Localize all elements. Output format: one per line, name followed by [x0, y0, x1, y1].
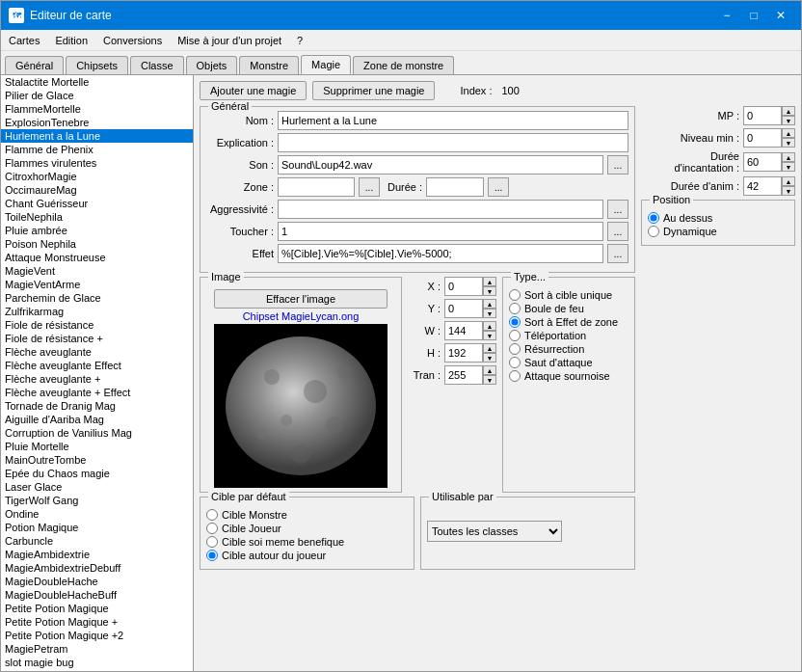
y-input[interactable]: [444, 299, 483, 318]
list-item[interactable]: Stalactite Mortelle: [1, 75, 193, 89]
list-item[interactable]: MagiePetram: [1, 642, 193, 656]
duree-anim-down-button[interactable]: ▼: [782, 186, 795, 196]
effet-browse-button[interactable]: ...: [607, 244, 628, 263]
toucher-browse-button[interactable]: ...: [607, 222, 628, 241]
menu-mise-a-jour[interactable]: Mise à jour d'un projet: [170, 33, 289, 48]
list-item[interactable]: CitroxhorMagie: [1, 170, 193, 183]
list-item[interactable]: Chant Guérisseur: [1, 197, 193, 210]
list-item[interactable]: Flamme de Phenix: [1, 143, 193, 156]
duree-anim-input[interactable]: [743, 176, 782, 196]
list-item[interactable]: Petite Potion Magique +2: [1, 629, 193, 642]
list-item[interactable]: TigerWolf Gang: [1, 494, 193, 507]
tab-magie[interactable]: Magie: [301, 55, 351, 74]
list-item[interactable]: Flèche aveuglante: [1, 345, 193, 359]
list-item[interactable]: MagieDoubleHache: [1, 575, 193, 588]
list-item[interactable]: MagieAmbidextrie: [1, 548, 193, 561]
effet-input[interactable]: [278, 244, 603, 263]
position-radio-0[interactable]: [648, 212, 659, 224]
minimize-button[interactable]: −: [714, 5, 739, 26]
type-radio-1[interactable]: [509, 303, 521, 314]
w-up-button[interactable]: ▲: [483, 321, 496, 331]
son-input[interactable]: [278, 155, 603, 175]
mp-input[interactable]: [743, 106, 782, 125]
aggressivite-browse-button[interactable]: ...: [607, 200, 628, 219]
list-item[interactable]: ExplosionTenebre: [1, 116, 193, 129]
list-item[interactable]: Hurlement a la Lune: [1, 129, 193, 143]
y-up-button[interactable]: ▲: [483, 299, 496, 309]
list-item[interactable]: MagieVentArme: [1, 278, 193, 291]
x-up-button[interactable]: ▲: [483, 277, 496, 286]
menu-conversions[interactable]: Conversions: [95, 33, 170, 48]
w-input[interactable]: [444, 321, 483, 340]
list-item[interactable]: Attaque Monstrueuse: [1, 251, 193, 264]
y-down-button[interactable]: ▼: [483, 309, 496, 318]
maximize-button[interactable]: □: [741, 5, 766, 26]
list-item[interactable]: Flèche aveuglante Effect: [1, 359, 193, 372]
mp-up-button[interactable]: ▲: [782, 106, 795, 116]
menu-edition[interactable]: Edition: [47, 33, 95, 48]
type-radio-5[interactable]: [509, 357, 521, 368]
niveau-min-input[interactable]: [743, 128, 782, 148]
list-item[interactable]: Petite Potion Magique +: [1, 615, 193, 629]
list-item[interactable]: Epée du Chaos magie: [1, 467, 193, 480]
classes-select[interactable]: Toutes les classes: [427, 521, 562, 542]
list-item[interactable]: OccimaureMag: [1, 183, 193, 197]
list-item[interactable]: MagieVent: [1, 264, 193, 278]
list-item[interactable]: Fiole de résistance +: [1, 332, 193, 345]
list-item[interactable]: Aiguille d'Aariba Mag: [1, 413, 193, 426]
tab-chipsets[interactable]: Chipsets: [66, 56, 128, 74]
list-item[interactable]: MainOutreTombe: [1, 453, 193, 467]
type-radio-6[interactable]: [509, 370, 521, 382]
tab-general[interactable]: Général: [5, 56, 64, 74]
tab-classe[interactable]: Classe: [130, 56, 184, 74]
menu-help[interactable]: ?: [289, 33, 310, 48]
w-down-button[interactable]: ▼: [483, 331, 496, 340]
type-radio-3[interactable]: [509, 330, 521, 341]
list-item[interactable]: Etendard de Azuhan: [1, 669, 193, 671]
h-up-button[interactable]: ▲: [483, 343, 496, 353]
list-item[interactable]: Laser Glace: [1, 480, 193, 494]
explication-input[interactable]: [278, 133, 628, 152]
tran-down-button[interactable]: ▼: [483, 375, 496, 385]
type-radio-2[interactable]: [509, 316, 521, 328]
list-item[interactable]: Petite Potion Magique: [1, 602, 193, 615]
mp-down-button[interactable]: ▼: [782, 116, 795, 125]
list-item[interactable]: ToileNephila: [1, 210, 193, 224]
list-item[interactable]: Potion Magique: [1, 521, 193, 534]
type-radio-0[interactable]: [509, 289, 521, 301]
niveau-min-down-button[interactable]: ▼: [782, 138, 795, 148]
x-down-button[interactable]: ▼: [483, 286, 496, 296]
list-item[interactable]: Parchemin de Glace: [1, 291, 193, 305]
list-item[interactable]: Corruption de Vanilius Mag: [1, 426, 193, 440]
delete-magic-button[interactable]: Supprimer une magie: [312, 81, 435, 100]
list-item[interactable]: Carbuncle: [1, 534, 193, 548]
clear-image-button[interactable]: Effacer l'image: [214, 289, 388, 309]
tran-up-button[interactable]: ▲: [483, 365, 496, 375]
list-item[interactable]: FlammeMortelle: [1, 102, 193, 116]
position-radio-1[interactable]: [648, 226, 659, 237]
cible-radio-3[interactable]: [206, 550, 218, 561]
list-item[interactable]: Fiole de résistance: [1, 318, 193, 332]
son-browse-button[interactable]: ...: [607, 155, 628, 175]
tab-zone-monstre[interactable]: Zone de monstre: [353, 56, 454, 74]
list-item[interactable]: Pluie ambrée: [1, 224, 193, 237]
list-item[interactable]: Flèche aveuglante +: [1, 372, 193, 386]
duree-input[interactable]: [426, 177, 484, 197]
list-item[interactable]: Pilier de Glace: [1, 89, 193, 102]
aggressivite-input[interactable]: [278, 200, 603, 219]
tab-monstre[interactable]: Monstre: [239, 56, 299, 74]
list-item[interactable]: Ondine: [1, 507, 193, 521]
list-item[interactable]: Poison Nephila: [1, 237, 193, 251]
list-item[interactable]: slot magie bug: [1, 656, 193, 669]
list-item[interactable]: Zulfrikarmag: [1, 305, 193, 318]
niveau-min-up-button[interactable]: ▲: [782, 128, 795, 138]
toucher-input[interactable]: [278, 222, 603, 241]
magic-list[interactable]: Stalactite MortellePilier de GlaceFlamme…: [1, 75, 193, 671]
x-input[interactable]: [444, 277, 483, 296]
close-button[interactable]: ✕: [768, 5, 793, 26]
list-item[interactable]: MagieDoubleHacheBuff: [1, 588, 193, 602]
duree-browse-button[interactable]: ...: [488, 177, 509, 197]
duree-incantation-down-button[interactable]: ▼: [782, 162, 795, 172]
tran-input[interactable]: [444, 365, 483, 385]
duree-incantation-input[interactable]: [743, 152, 782, 172]
